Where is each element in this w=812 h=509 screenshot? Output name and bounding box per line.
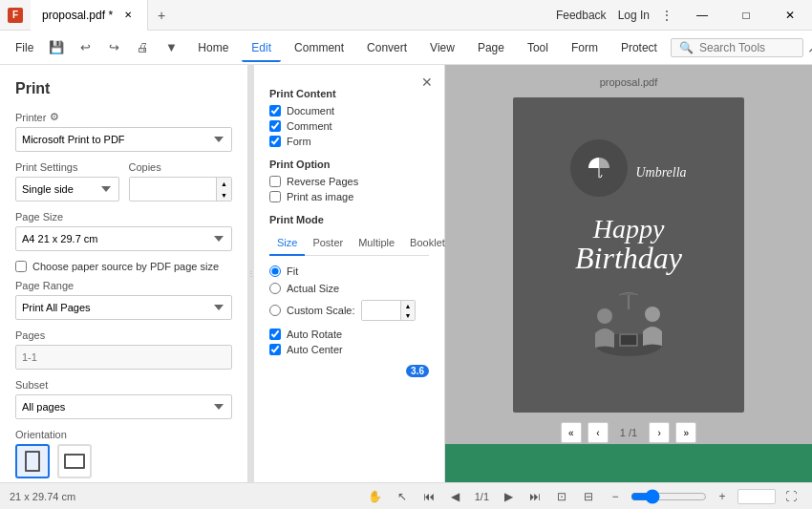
page-size-select[interactable]: A4 21 x 29.7 cm xyxy=(15,226,232,251)
print-settings-select[interactable]: Single side xyxy=(15,177,119,201)
scale-up-button[interactable]: ▲ xyxy=(401,301,416,310)
print-as-image-checkbox[interactable] xyxy=(269,191,281,202)
portrait-icon xyxy=(25,451,40,472)
copies-arrows: ▲ ▼ xyxy=(216,178,231,201)
fit-radio[interactable] xyxy=(269,265,281,277)
close-button[interactable]: ✕ xyxy=(768,0,812,31)
printer-label: Printer ⚙ xyxy=(15,111,232,123)
auto-rotate-checkbox[interactable] xyxy=(269,329,281,340)
preview-card: Umbrella Happy Birthday xyxy=(513,97,744,413)
custom-scale-field[interactable]: 100 xyxy=(362,301,400,320)
menu-edit[interactable]: Edit xyxy=(242,35,281,62)
choose-paper-checkbox[interactable] xyxy=(15,261,27,272)
menu-page[interactable]: Page xyxy=(468,35,514,60)
print-mode-tabs: Size Poster Multiple Booklet xyxy=(269,231,429,256)
menu-convert[interactable]: Convert xyxy=(357,35,417,60)
reverse-pages-label: Reverse Pages xyxy=(287,176,358,187)
new-tab-button[interactable]: + xyxy=(148,0,175,31)
preview-bottom-strip xyxy=(445,444,812,482)
printer-select[interactable]: Microsoft Print to PDF xyxy=(15,127,232,152)
prev-page-button[interactable]: ‹ xyxy=(588,422,609,443)
redo-icon[interactable]: ↪ xyxy=(100,34,127,61)
next-page-nav-icon[interactable]: ▶ xyxy=(497,485,520,508)
birthday-text: Birthday xyxy=(575,241,682,276)
menu-comment[interactable]: Comment xyxy=(285,35,353,60)
menu-dots-icon[interactable]: ⋮ xyxy=(661,9,673,22)
reverse-pages-checkbox[interactable] xyxy=(269,176,281,187)
comment-checkbox-row: Comment xyxy=(269,120,429,132)
cursor-tool-icon[interactable]: ↖ xyxy=(391,485,414,508)
zoom-out-button[interactable]: − xyxy=(604,485,627,508)
maximize-button[interactable]: □ xyxy=(724,0,768,31)
first-page-button[interactable]: « xyxy=(561,422,582,443)
tab-multiple[interactable]: Multiple xyxy=(351,231,402,255)
print-settings-row: Print Settings Single side xyxy=(15,161,119,201)
pages-field[interactable] xyxy=(15,345,232,370)
custom-scale-radio[interactable] xyxy=(269,305,281,316)
search-tools-box[interactable]: 🔍 xyxy=(671,38,803,57)
next-page-button[interactable]: › xyxy=(649,422,670,443)
fit-page-icon[interactable]: ⊡ xyxy=(550,485,573,508)
prev-page-nav-icon[interactable]: ◀ xyxy=(444,485,467,508)
settings-gear-icon[interactable]: ⚙ xyxy=(50,111,59,123)
feedback-link[interactable]: Feedback xyxy=(556,9,607,22)
scale-down-button[interactable]: ▼ xyxy=(401,310,416,320)
zoom-slider[interactable] xyxy=(630,489,707,504)
page-size-label: Page Size xyxy=(15,211,232,223)
undo-icon[interactable]: ↩ xyxy=(72,34,98,61)
scale-arrows: ▲ ▼ xyxy=(400,301,416,320)
svg-rect-5 xyxy=(621,335,636,345)
titlebar-right: Feedback Log In ⋮ xyxy=(556,9,680,22)
hand-tool-icon[interactable]: ✋ xyxy=(364,485,387,508)
copies-down-button[interactable]: ▼ xyxy=(217,189,231,201)
copies-up-button[interactable]: ▲ xyxy=(217,178,231,189)
page-range-select[interactable]: Print All Pages xyxy=(15,295,232,320)
actual-size-radio[interactable] xyxy=(269,283,281,294)
print-icon[interactable]: 🖨 xyxy=(129,34,156,61)
comment-checkbox[interactable] xyxy=(269,120,281,132)
dropdown-icon[interactable]: ▼ xyxy=(158,34,184,61)
print-title: Print xyxy=(15,80,232,97)
search-input[interactable] xyxy=(699,41,795,54)
last-page-nav-icon[interactable]: ⏭ xyxy=(524,485,546,508)
form-checkbox[interactable] xyxy=(269,136,281,147)
umbrella-logo xyxy=(570,139,628,197)
minimize-button[interactable]: — xyxy=(680,0,724,31)
tab-close-icon[interactable]: ✕ xyxy=(120,8,136,23)
portrait-button[interactable] xyxy=(15,444,50,478)
first-page-nav-icon[interactable]: ⏮ xyxy=(417,485,440,508)
auto-rotate-row: Auto Rotate xyxy=(269,329,429,340)
menu-tool[interactable]: Tool xyxy=(518,35,558,60)
external-link-icon[interactable]: ↗ xyxy=(807,34,812,61)
fit-width-icon[interactable]: ⊟ xyxy=(577,485,600,508)
menu-protect[interactable]: Protect xyxy=(611,35,667,60)
auto-rotate-label: Auto Rotate xyxy=(287,329,342,340)
menu-form[interactable]: Form xyxy=(562,35,608,60)
landscape-button[interactable] xyxy=(57,444,92,478)
subset-select[interactable]: All pages xyxy=(15,394,232,419)
options-panel: ✕ Print Content Document Comment Form Pr… xyxy=(254,65,445,482)
document-checkbox[interactable] xyxy=(269,105,281,117)
save-icon[interactable]: 💾 xyxy=(43,34,70,61)
fit-radio-row: Fit xyxy=(269,265,429,277)
statusbar: 21 x 29.74 cm ✋ ↖ ⏮ ◀ 1/1 ▶ ⏭ ⊡ ⊟ − + 10… xyxy=(0,482,812,509)
active-tab[interactable]: proposal.pdf * ✕ xyxy=(31,0,148,31)
auto-center-row: Auto Center xyxy=(269,344,429,355)
zoom-in-button[interactable]: + xyxy=(711,485,734,508)
orientation-buttons xyxy=(15,444,232,478)
menu-view[interactable]: View xyxy=(420,35,464,60)
last-page-button[interactable]: » xyxy=(675,422,696,443)
zoom-percent-display[interactable]: 100% xyxy=(737,489,776,504)
tab-size[interactable]: Size xyxy=(269,231,305,256)
copies-field[interactable]: 1 xyxy=(130,178,217,201)
badge-area: 3.6 xyxy=(269,365,429,377)
close-panel-button[interactable]: ✕ xyxy=(417,73,437,92)
menu-file[interactable]: File xyxy=(8,37,41,58)
menu-home[interactable]: Home xyxy=(188,35,238,60)
form-label: Form xyxy=(287,136,311,147)
auto-center-checkbox[interactable] xyxy=(269,344,281,355)
landscape-icon xyxy=(64,454,85,469)
fullscreen-icon[interactable]: ⛶ xyxy=(780,485,802,508)
tab-poster[interactable]: Poster xyxy=(305,231,351,255)
login-link[interactable]: Log In xyxy=(618,9,650,22)
